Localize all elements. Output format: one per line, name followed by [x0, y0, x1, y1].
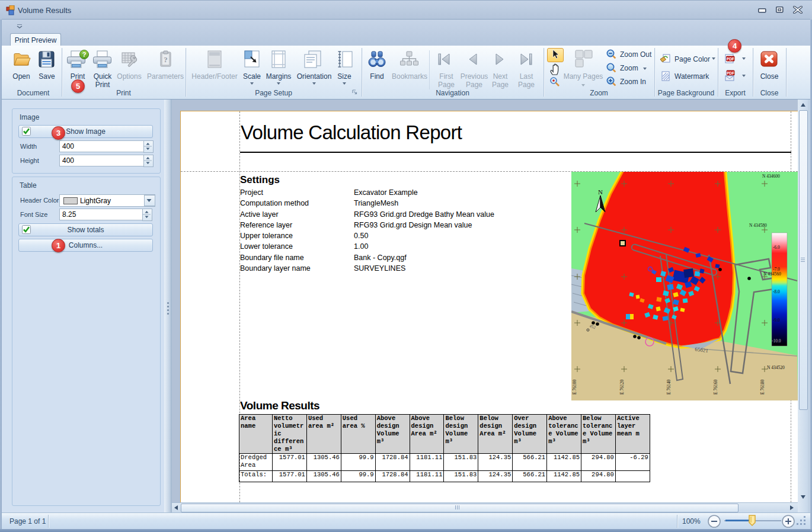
svg-text:N 434560: N 434560 [763, 271, 781, 277]
svg-text:N 434600: N 434600 [762, 174, 780, 179]
svg-text:E 76100: E 76100 [572, 380, 577, 395]
svg-text:N 434520: N 434520 [767, 365, 785, 370]
svg-text:E 76140: E 76140 [666, 380, 672, 395]
svg-text:E 76120: E 76120 [619, 380, 625, 395]
svg-text:N 434580: N 434580 [749, 223, 767, 228]
svg-text:PDF: PDF [727, 71, 734, 75]
svg-text:-8.0: -8.0 [773, 289, 780, 294]
svg-text:?: ? [164, 55, 168, 64]
svg-text:E 76160: E 76160 [713, 380, 718, 395]
svg-text:?: ? [82, 51, 87, 58]
svg-text:-6.0: -6.0 [773, 245, 780, 250]
svg-text:-9.0: -9.0 [773, 318, 780, 323]
svg-text:E 76180: E 76180 [760, 380, 765, 395]
svg-text:-10.0: -10.0 [772, 338, 781, 344]
svg-text:N: N [598, 188, 603, 196]
svg-text:PDF: PDF [727, 57, 734, 61]
